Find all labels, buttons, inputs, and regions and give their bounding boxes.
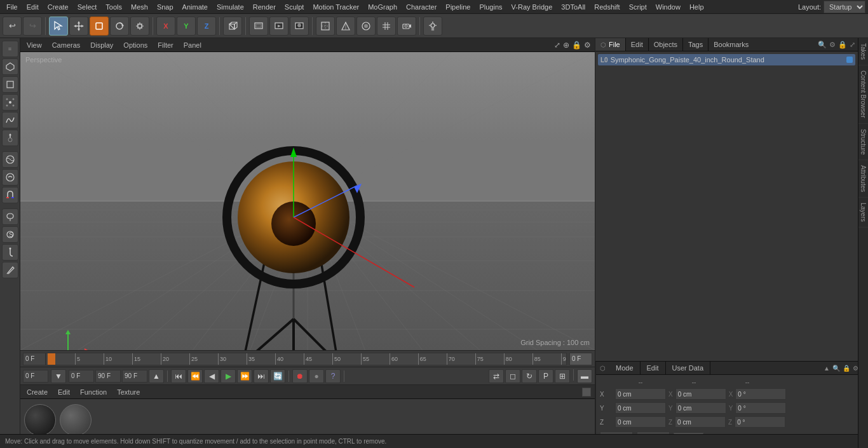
render-button[interactable] xyxy=(290,17,309,36)
menu-tools[interactable]: Tools xyxy=(102,2,126,12)
texture-mode-button[interactable] xyxy=(2,151,18,168)
prev-frame-button[interactable]: ⏪ xyxy=(187,369,203,383)
sculpt-button[interactable] xyxy=(2,169,18,186)
scale-key-button[interactable]: ◻ xyxy=(505,369,520,383)
menu-create[interactable]: Create xyxy=(44,2,72,12)
next-frame-button[interactable]: ⏩ xyxy=(237,369,252,383)
normal-mode-button[interactable] xyxy=(2,130,18,146)
tab-attributes[interactable]: Attributes xyxy=(858,160,868,198)
attr-expand-icon[interactable]: ▲ xyxy=(824,365,830,372)
vp-menu-options[interactable]: Options xyxy=(121,40,150,50)
attr-z-rot[interactable] xyxy=(735,416,785,428)
vp-expand-icon[interactable]: ⤢ xyxy=(554,41,560,50)
timeline-ruler[interactable]: 0 5 10 15 20 25 30 35 40 45 50 55 60 65 … xyxy=(46,353,567,365)
menu-edit[interactable]: Edit xyxy=(23,2,43,12)
attr-tab-mode[interactable]: Mode xyxy=(609,362,641,374)
attr-y-rot[interactable] xyxy=(735,402,786,414)
camera-button[interactable] xyxy=(397,17,416,36)
vp-menu-view[interactable]: View xyxy=(24,40,44,50)
scale-tool-button[interactable] xyxy=(130,17,149,36)
layout-dropdown[interactable]: Startup xyxy=(824,1,865,13)
transport-frame-current[interactable] xyxy=(69,370,94,383)
menu-motion-tracker[interactable]: Motion Tracker xyxy=(309,2,363,12)
timeline-playhead[interactable] xyxy=(48,353,55,365)
attr-x-rot[interactable] xyxy=(735,388,786,400)
tab-takes[interactable]: Takes xyxy=(858,38,868,65)
render-active-button[interactable] xyxy=(269,17,288,36)
mat-create[interactable]: Create xyxy=(24,387,50,397)
edge-mode-button[interactable] xyxy=(2,76,18,93)
menu-pipeline[interactable]: Pipeline xyxy=(442,2,474,12)
obj-tab-bookmarks[interactable]: Bookmarks xyxy=(709,38,754,51)
step-up-button[interactable]: ▲ xyxy=(149,369,164,383)
timeline[interactable]: 0 5 10 15 20 25 30 35 40 45 50 55 60 65 … xyxy=(20,350,595,367)
attr-lock-icon[interactable]: 🔒 xyxy=(843,365,850,372)
object-list-button[interactable]: ≡ xyxy=(2,41,18,57)
object-row-gong[interactable]: L0 Symphonic_Gong_Paiste_40_inch_Round_S… xyxy=(598,54,855,65)
axis-y-button[interactable]: Y xyxy=(177,17,196,36)
vp-menu-cameras[interactable]: Cameras xyxy=(50,40,83,50)
timeline-start-frame[interactable] xyxy=(23,353,46,365)
vp-menu-filter[interactable]: Filter xyxy=(155,40,175,50)
box-select-button[interactable] xyxy=(90,17,109,36)
obj-config-icon[interactable]: ⚙ xyxy=(829,41,836,49)
redo-button[interactable]: ↪ xyxy=(23,17,42,36)
vp-menu-display[interactable]: Display xyxy=(88,40,116,50)
vp-menu-panel[interactable]: Panel xyxy=(181,40,204,50)
transport-frame-end1[interactable] xyxy=(95,370,121,383)
point-mode-button[interactable] xyxy=(2,94,18,111)
go-start-button[interactable]: ⏮ xyxy=(171,369,186,383)
obj-lock-icon[interactable]: 🔒 xyxy=(838,41,847,49)
rotate-key-button[interactable]: ↻ xyxy=(522,369,537,383)
auto-key-button[interactable]: ● xyxy=(309,369,324,383)
tab-layers[interactable]: Layers xyxy=(858,198,868,227)
menu-select[interactable]: Select xyxy=(74,2,101,12)
mat-function[interactable]: Function xyxy=(78,387,109,397)
obj-tab-file[interactable]: File xyxy=(609,41,620,48)
polygon-mode-button[interactable] xyxy=(2,58,18,75)
mat-edit[interactable]: Edit xyxy=(55,387,72,397)
obj-tab-objects[interactable]: Objects xyxy=(649,38,683,51)
spline-mode-button[interactable] xyxy=(2,112,18,128)
knife-button[interactable] xyxy=(2,262,18,278)
menu-simulate[interactable]: Simulate xyxy=(213,2,248,12)
menu-sculpt[interactable]: Sculpt xyxy=(281,2,308,12)
obj-tab-tags[interactable]: Tags xyxy=(683,38,709,51)
move-key-button[interactable]: ⇄ xyxy=(489,369,504,383)
menu-window[interactable]: Window xyxy=(652,2,684,12)
vp-lock-icon[interactable]: 🔒 xyxy=(572,41,581,50)
menu-snap[interactable]: Snap xyxy=(153,2,177,12)
help-button[interactable]: ? xyxy=(325,369,341,383)
menu-redshift[interactable]: Redshift xyxy=(590,2,623,12)
rotate-tool-button[interactable] xyxy=(110,17,129,36)
object-mode-button[interactable] xyxy=(223,17,242,36)
front-view-button[interactable] xyxy=(316,17,335,36)
go-end-button[interactable]: ⏭ xyxy=(254,369,269,383)
timeline-toggle[interactable]: ▬ xyxy=(577,369,592,383)
undo-button[interactable]: ↩ xyxy=(3,17,22,36)
viewport-canvas[interactable]: Perspective Grid Spacing : 100 cm xyxy=(20,52,595,350)
magnet-button[interactable] xyxy=(2,187,18,203)
render-view-button[interactable] xyxy=(356,17,376,36)
attr-y-pos[interactable] xyxy=(615,402,666,414)
menu-vray[interactable]: V-Ray Bridge xyxy=(508,2,557,12)
pen-button[interactable]: S xyxy=(2,226,18,243)
play-backward-button[interactable]: ◀ xyxy=(204,369,219,383)
menu-plugins[interactable]: Plugins xyxy=(475,2,506,12)
tab-structure[interactable]: Structure xyxy=(858,124,868,161)
attr-z-pos[interactable] xyxy=(615,416,666,428)
axis-z-button[interactable]: Z xyxy=(197,17,216,36)
move-tool-button[interactable] xyxy=(69,17,88,36)
perspective-view-button[interactable] xyxy=(336,17,355,36)
loop-button[interactable]: 🔄 xyxy=(270,369,285,383)
attr-y-size[interactable] xyxy=(675,402,726,414)
obj-expand-icon[interactable]: ⤢ xyxy=(850,41,855,49)
menu-mograph[interactable]: MoGraph xyxy=(364,2,401,12)
transport-frame-end2[interactable] xyxy=(122,370,147,383)
timeline-current-frame[interactable] xyxy=(569,353,592,365)
lasso-button[interactable] xyxy=(2,208,18,225)
mat-texture[interactable]: Texture xyxy=(114,387,142,397)
transport-frame-start[interactable] xyxy=(23,370,48,383)
menu-character[interactable]: Character xyxy=(402,2,440,12)
menu-render[interactable]: Render xyxy=(249,2,280,12)
